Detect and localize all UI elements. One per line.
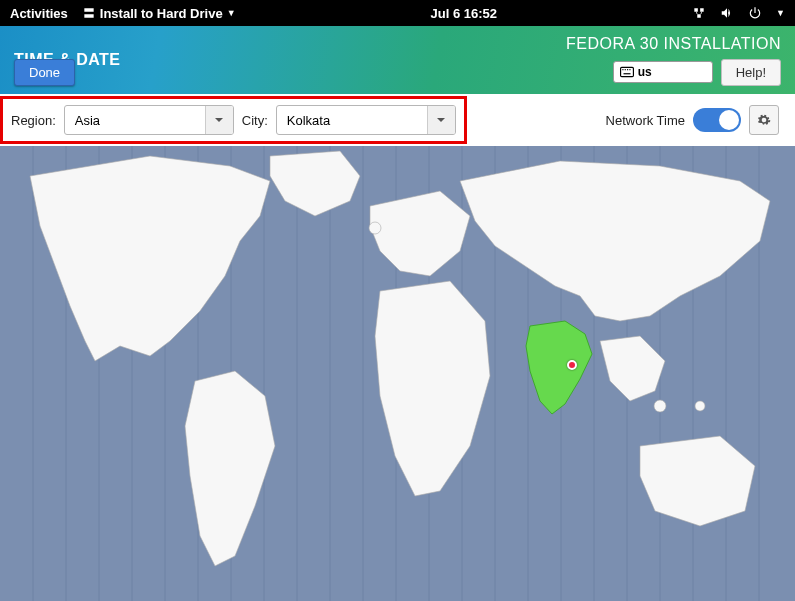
city-value: Kolkata <box>277 113 427 128</box>
chevron-down-icon <box>214 115 224 125</box>
city-label: City: <box>242 113 268 128</box>
keyboard-layout-label: us <box>638 65 652 79</box>
svg-rect-4 <box>629 69 630 70</box>
region-combo[interactable]: Asia <box>64 105 234 135</box>
network-time-toggle[interactable] <box>693 108 741 132</box>
clock[interactable]: Jul 6 16:52 <box>236 6 693 21</box>
chevron-down-icon <box>436 115 446 125</box>
gear-icon <box>757 113 771 127</box>
svg-rect-0 <box>620 67 633 76</box>
svg-point-30 <box>369 222 381 234</box>
help-button[interactable]: Help! <box>721 59 781 86</box>
region-value: Asia <box>65 113 205 128</box>
power-icon[interactable] <box>748 6 762 20</box>
timezone-controls: Region: Asia City: Kolkata Network Time <box>0 94 795 146</box>
keyboard-icon <box>620 66 634 78</box>
svg-rect-5 <box>623 73 630 74</box>
app-menu[interactable]: Install to Hard Drive ▼ <box>82 6 236 21</box>
svg-point-32 <box>695 401 705 411</box>
city-dropdown-arrow[interactable] <box>427 106 455 134</box>
toggle-knob <box>719 110 739 130</box>
city-combo[interactable]: Kolkata <box>276 105 456 135</box>
app-menu-label: Install to Hard Drive <box>100 6 223 21</box>
gnome-topbar: Activities Install to Hard Drive ▼ Jul 6… <box>0 0 795 26</box>
volume-icon[interactable] <box>720 6 734 20</box>
world-map-svg <box>0 146 795 601</box>
svg-rect-1 <box>622 69 623 70</box>
region-city-highlight: Region: Asia City: Kolkata <box>0 96 467 144</box>
hard-drive-icon <box>82 6 96 20</box>
done-button[interactable]: Done <box>14 59 75 86</box>
keyboard-layout-indicator[interactable]: us <box>613 61 713 83</box>
chevron-down-icon: ▼ <box>227 8 236 18</box>
timezone-map[interactable] <box>0 146 795 601</box>
ntp-settings-button[interactable] <box>749 105 779 135</box>
svg-point-31 <box>654 400 666 412</box>
svg-rect-3 <box>627 69 628 70</box>
installer-title: FEDORA 30 INSTALLATION <box>566 35 781 53</box>
city-pin <box>567 360 577 370</box>
activities-button[interactable]: Activities <box>10 6 68 21</box>
svg-rect-2 <box>624 69 625 70</box>
network-icon[interactable] <box>692 6 706 20</box>
network-time-label: Network Time <box>606 113 685 128</box>
chevron-down-icon: ▼ <box>776 8 785 18</box>
installer-header: TIME & DATE Done FEDORA 30 INSTALLATION … <box>0 26 795 94</box>
region-dropdown-arrow[interactable] <box>205 106 233 134</box>
region-label: Region: <box>11 113 56 128</box>
